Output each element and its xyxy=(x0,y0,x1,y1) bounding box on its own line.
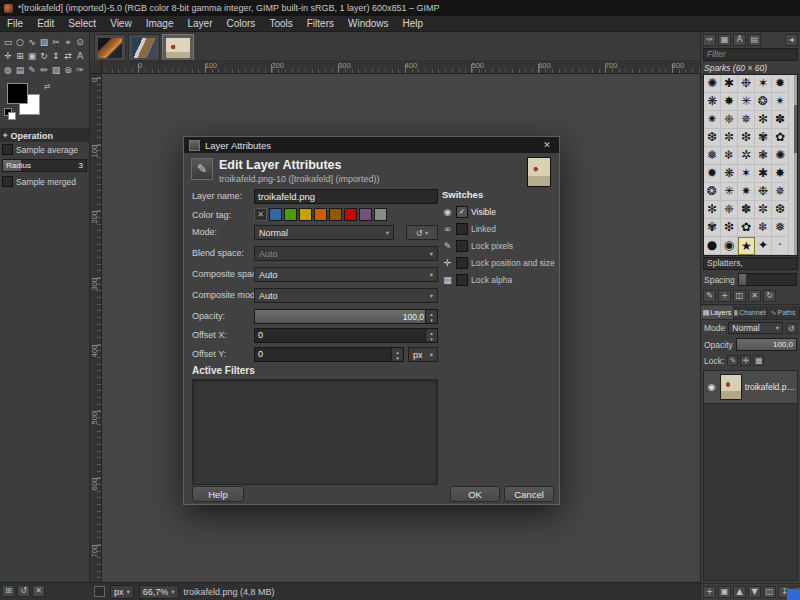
brush-item[interactable]: ❂ xyxy=(755,93,772,111)
switch-lock-position-and-size[interactable]: ✛Lock position and size xyxy=(442,254,556,271)
brush-item[interactable]: ✸ xyxy=(772,165,789,183)
refresh-brushes-button[interactable]: ↻ xyxy=(763,290,776,302)
brush-item[interactable]: ✷ xyxy=(738,183,755,201)
brush-item[interactable]: ✳ xyxy=(721,183,738,201)
brush-item[interactable]: ✿ xyxy=(738,219,755,237)
new-layer-group-button[interactable]: ▣ xyxy=(718,586,731,598)
color-tag-swatch[interactable] xyxy=(269,208,282,221)
duplicate-layer-button[interactable]: ◫ xyxy=(763,586,776,598)
image-tab-3[interactable] xyxy=(162,34,194,62)
brush-item[interactable]: ✺ xyxy=(704,75,721,93)
tab-channels[interactable]: ▦Channels xyxy=(734,306,767,319)
sample-merged-row[interactable]: Sample merged xyxy=(0,174,89,189)
brush-item[interactable]: ✽ xyxy=(738,201,755,219)
vertical-ruler[interactable]: 0100200300400500600700 xyxy=(90,74,102,582)
brush-item[interactable]: ❄ xyxy=(721,147,738,165)
paintbrush-tool[interactable]: ✏ xyxy=(38,63,50,77)
brush-item[interactable]: ❋ xyxy=(721,165,738,183)
bucket-fill-tool[interactable]: ◍ xyxy=(2,63,14,77)
patterns-tab-icon[interactable]: ▦ xyxy=(718,34,731,46)
menu-tools[interactable]: Tools xyxy=(262,17,299,30)
brush-item[interactable]: ✳ xyxy=(738,93,755,111)
swap-colors-icon[interactable]: ⇄ xyxy=(44,82,51,91)
menu-windows[interactable]: Windows xyxy=(341,17,396,30)
close-icon[interactable]: ✕ xyxy=(540,140,554,150)
brush-item[interactable]: ❉ xyxy=(755,183,772,201)
menu-select[interactable]: Select xyxy=(61,17,103,30)
brush-item[interactable]: ✸ xyxy=(721,93,738,111)
switch-lock-pixels[interactable]: ✎Lock pixels xyxy=(442,237,556,254)
spin-down-icon[interactable]: ▾ xyxy=(430,336,433,342)
color-picker-tool[interactable]: ⌖ xyxy=(62,35,74,49)
gradient-tool[interactable]: ▤ xyxy=(14,63,26,77)
offset-y-input[interactable]: 0 ▴ ▾ xyxy=(254,347,404,362)
new-brush-button[interactable]: + xyxy=(718,290,731,302)
airbrush-tool[interactable]: ⊚ xyxy=(62,63,74,77)
lower-layer-button[interactable]: ▼ xyxy=(748,586,761,598)
save-tool-preset-button[interactable]: ⊞ xyxy=(2,585,15,597)
lock-alpha-toggle[interactable]: ▦ xyxy=(753,355,764,366)
mode-reset-button[interactable]: ↺ xyxy=(786,323,797,334)
brush-item[interactable]: ✾ xyxy=(755,129,772,147)
sample-average-row[interactable]: Sample average xyxy=(0,142,89,157)
menu-image[interactable]: Image xyxy=(139,17,181,30)
menu-filters[interactable]: Filters xyxy=(300,17,341,30)
layer-opacity-slider[interactable]: 100,0 xyxy=(736,338,797,351)
brush-item[interactable]: ✦ xyxy=(755,237,772,255)
opacity-spinner[interactable]: ▴ ▾ xyxy=(425,310,437,323)
layer-mode-select[interactable]: Normal ▾ xyxy=(728,322,783,334)
history-tab-icon[interactable]: ▤ xyxy=(748,34,761,46)
foreground-color-swatch[interactable] xyxy=(7,83,28,104)
delete-tool-preset-button[interactable]: ✕ xyxy=(32,585,45,597)
fuzzy-select-tool[interactable]: ▧ xyxy=(38,35,50,49)
brush-item[interactable]: ✵ xyxy=(772,183,789,201)
spin-down-icon[interactable]: ▾ xyxy=(430,317,433,323)
switch-checkbox[interactable]: ✓ xyxy=(456,206,468,218)
spacing-slider[interactable] xyxy=(738,273,797,286)
default-colors-icon[interactable] xyxy=(4,108,16,119)
image-tab-1[interactable] xyxy=(94,34,126,62)
eye-icon[interactable]: ◉ xyxy=(706,382,717,392)
switch-checkbox[interactable] xyxy=(456,257,468,269)
menu-view[interactable]: View xyxy=(103,17,139,30)
menu-file[interactable]: File xyxy=(0,17,30,30)
color-tag-swatch[interactable] xyxy=(284,208,297,221)
mode-group-button[interactable]: ↺ ▾ xyxy=(406,225,438,240)
mode-select[interactable]: Normal ▾ xyxy=(254,225,394,240)
brush-item[interactable]: ❃ xyxy=(755,147,772,165)
color-tag-swatch[interactable] xyxy=(314,208,327,221)
radius-slider[interactable]: Radius 3 xyxy=(2,159,87,172)
brush-scrollbar-thumb[interactable] xyxy=(794,105,797,153)
window-titlebar[interactable]: *[troikafeld] (imported)-5.0 (RGB color … xyxy=(0,0,800,16)
brush-item[interactable]: ✱ xyxy=(721,75,738,93)
text-tool[interactable]: A xyxy=(74,49,86,63)
layer-name-input[interactable]: troikafeld.png xyxy=(254,189,438,204)
brush-item[interactable]: ✼ xyxy=(755,201,772,219)
spin-down-icon[interactable]: ▾ xyxy=(396,355,399,361)
switch-visible[interactable]: ◉✓Visible xyxy=(442,203,556,220)
align-tool[interactable]: ⊞ xyxy=(14,49,26,63)
ellipse-select-tool[interactable]: ○ xyxy=(14,35,26,49)
brush-item[interactable]: ✿ xyxy=(772,129,789,147)
rotate-tool[interactable]: ↻ xyxy=(38,49,50,63)
offset-x-spinner[interactable]: ▴ ▾ xyxy=(425,329,437,342)
lock-position-toggle[interactable]: ✛ xyxy=(740,355,751,366)
brush-item[interactable]: ❇ xyxy=(738,129,755,147)
brush-item[interactable]: ✾ xyxy=(704,219,721,237)
composite-mode-select[interactable]: Auto ▾ xyxy=(254,288,438,303)
brush-item[interactable]: ✲ xyxy=(738,147,755,165)
help-button[interactable]: Help xyxy=(192,486,244,502)
brushes-tab-icon[interactable]: ✑ xyxy=(703,34,716,46)
brush-item[interactable]: ✶ xyxy=(755,75,772,93)
pencil-tool[interactable]: ✎ xyxy=(26,63,38,77)
zoom-tool[interactable]: ⊙ xyxy=(74,35,86,49)
offset-y-spinner[interactable]: ▴ ▾ xyxy=(391,348,403,361)
brush-item[interactable]: ✹ xyxy=(704,165,721,183)
brush-item[interactable]: ✽ xyxy=(772,111,789,129)
duplicate-brush-button[interactable]: ◫ xyxy=(733,290,746,302)
cancel-button[interactable]: Cancel xyxy=(504,486,554,502)
restore-tool-preset-button[interactable]: ↺ xyxy=(17,585,30,597)
menu-edit[interactable]: Edit xyxy=(30,17,61,30)
switch-checkbox[interactable] xyxy=(456,274,468,286)
dialog-titlebar[interactable]: Layer Attributes ✕ xyxy=(184,137,559,153)
